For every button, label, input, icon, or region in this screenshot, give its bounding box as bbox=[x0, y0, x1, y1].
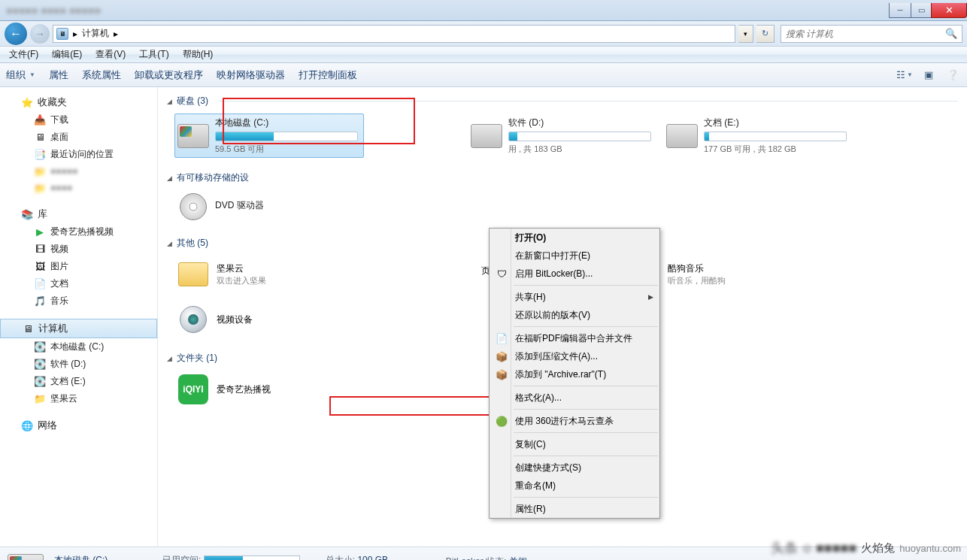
search-box[interactable]: 🔍 bbox=[781, 25, 962, 43]
computer-icon: 🖥 bbox=[22, 322, 34, 334]
sidebar-item-downloads[interactable]: 📥下载 bbox=[0, 111, 157, 129]
ctx-share[interactable]: 共享(H)▶ bbox=[490, 288, 659, 306]
recent-icon: 📑 bbox=[34, 149, 46, 161]
picture-icon: 🖼 bbox=[34, 261, 46, 273]
sidebar-item-recent[interactable]: 📑最近访问的位置 bbox=[0, 146, 157, 163]
music-icon: 🎵 bbox=[34, 295, 46, 307]
ctx-copy[interactable]: 复制(C) bbox=[490, 435, 659, 453]
content-pane: ◢硬盘 (3) 本地磁盘 (C:) 59.5 GB 可用 软件 (D:) bbox=[158, 87, 967, 546]
library-icon: 📚 bbox=[21, 208, 33, 220]
preview-pane-button[interactable]: ▣ bbox=[920, 67, 937, 83]
ctx-open-new-window[interactable]: 在新窗口中打开(E) bbox=[490, 247, 659, 265]
toolbar-system-properties[interactable]: 系统属性 bbox=[82, 68, 121, 82]
menu-tools[interactable]: 工具(T) bbox=[133, 47, 174, 62]
collapse-icon: ◢ bbox=[167, 174, 172, 182]
sidebar-item-drive-c[interactable]: 💽本地磁盘 (C:) bbox=[0, 338, 157, 356]
breadcrumb[interactable]: 🖥 ▸ 计算机 ▸ bbox=[53, 25, 735, 43]
toolbar-organize[interactable]: 组织▼ bbox=[6, 68, 35, 82]
item-name: 视频设备 bbox=[217, 313, 253, 326]
ctx-bitlocker[interactable]: 🛡启用 BitLocker(B)... bbox=[490, 265, 659, 283]
sidebar-item-documents[interactable]: 📄文档 bbox=[0, 275, 157, 292]
ctx-rename[interactable]: 重命名(M) bbox=[490, 477, 659, 495]
sidebar-item-blurred[interactable]: 📁■■■■ bbox=[0, 180, 157, 196]
ctx-format[interactable]: 格式化(A)... bbox=[490, 389, 659, 407]
drive-name: 软件 (D:) bbox=[508, 117, 654, 129]
sidebar-item-drive-e[interactable]: 💽文档 (E:) bbox=[0, 373, 157, 390]
sidebar-item-iqiyi[interactable]: ▶爱奇艺热播视频 bbox=[0, 223, 157, 241]
toolbar-map-drive[interactable]: 映射网络驱动器 bbox=[217, 68, 285, 82]
folder-icon: 📁 bbox=[34, 182, 46, 194]
total-label: 总大小: bbox=[326, 555, 355, 560]
sidebar-item-desktop[interactable]: 🖥桌面 bbox=[0, 129, 157, 146]
nav-back-button[interactable]: ← bbox=[5, 23, 27, 45]
drive-icon bbox=[8, 554, 44, 561]
breadcrumb-sep: ▸ bbox=[114, 29, 118, 39]
ctx-add-rar[interactable]: 📦添加到 "Archive.rar"(T) bbox=[490, 365, 659, 383]
dvd-drive[interactable]: DVD 驱动器 bbox=[174, 190, 325, 223]
ctx-properties[interactable]: 属性(R) bbox=[490, 500, 659, 518]
details-title: 本地磁盘 (C:) bbox=[54, 554, 152, 560]
item-video-device[interactable]: 视频设备 bbox=[174, 301, 280, 338]
drive-e[interactable]: 文档 (E:) 177 GB 可用 , 共 182 GB bbox=[663, 114, 853, 158]
sidebar-item-jianguoyun[interactable]: 📁坚果云 bbox=[0, 390, 157, 407]
drive-name: 文档 (E:) bbox=[704, 117, 850, 129]
drive-icon: 💽 bbox=[34, 359, 46, 371]
watermark-text: 火焰兔 bbox=[861, 541, 895, 555]
drive-space-text: 177 GB 可用 , 共 182 GB bbox=[704, 144, 850, 155]
sidebar-item-videos[interactable]: 🎞视频 bbox=[0, 241, 157, 258]
sidebar-computer-header[interactable]: 🖥计算机 bbox=[0, 319, 157, 338]
usage-bar bbox=[508, 132, 651, 141]
ctx-360-scan[interactable]: 🟢使用 360进行木马云查杀 bbox=[490, 412, 659, 430]
item-iqiyi-folder[interactable]: iQIYI 爱奇艺热播视 bbox=[174, 371, 280, 408]
sidebar-libraries-header[interactable]: 📚库 bbox=[0, 205, 157, 223]
menu-edit[interactable]: 编辑(E) bbox=[46, 47, 88, 62]
help-button[interactable]: ❔ bbox=[944, 67, 961, 83]
drive-space-text: 用 , 共 183 GB bbox=[508, 144, 654, 155]
main-area: ⭐收藏夹 📥下载 🖥桌面 📑最近访问的位置 📁■■■■■ 📁■■■■ 📚库 ▶爱… bbox=[0, 87, 967, 546]
sidebar-item-pictures[interactable]: 🖼图片 bbox=[0, 258, 157, 275]
download-icon: 📥 bbox=[34, 114, 46, 126]
section-header-disks[interactable]: ◢硬盘 (3) bbox=[167, 95, 958, 107]
breadcrumb-dropdown[interactable]: ▾ bbox=[738, 25, 753, 43]
iqiyi-icon: iQIYI bbox=[178, 374, 208, 404]
collapse-icon: ◢ bbox=[167, 355, 172, 362]
toolbar-uninstall[interactable]: 卸载或更改程序 bbox=[135, 68, 203, 82]
drive-d[interactable]: 软件 (D:) 用 , 共 183 GB bbox=[468, 114, 657, 158]
menu-file[interactable]: 文件(F) bbox=[3, 47, 44, 62]
sidebar-network-header[interactable]: 🌐网络 bbox=[0, 416, 157, 434]
toolbar-properties[interactable]: 属性 bbox=[49, 68, 68, 82]
ctx-create-shortcut[interactable]: 创建快捷方式(S) bbox=[490, 459, 659, 477]
breadcrumb-text[interactable]: 计算机 bbox=[82, 27, 109, 40]
camera-icon bbox=[180, 306, 207, 333]
ctx-restore-version[interactable]: 还原以前的版本(V) bbox=[490, 306, 659, 324]
ctx-add-archive[interactable]: 📦添加到压缩文件(A)... bbox=[490, 347, 659, 365]
sidebar-item-drive-d[interactable]: 💽软件 (D:) bbox=[0, 356, 157, 373]
breadcrumb-sep: ▸ bbox=[73, 29, 77, 39]
usage-bar bbox=[204, 555, 300, 560]
ctx-foxit-merge[interactable]: 📄在福昕PDF编辑器中合并文件 bbox=[490, 329, 659, 347]
search-icon[interactable]: 🔍 bbox=[945, 28, 957, 39]
minimize-button[interactable]: ─ bbox=[889, 3, 911, 18]
sidebar-favorites-header[interactable]: ⭐收藏夹 bbox=[0, 93, 157, 111]
sidebar-item-blurred[interactable]: 📁■■■■■ bbox=[0, 163, 157, 180]
folder-icon: 📁 bbox=[34, 165, 46, 177]
view-mode-button[interactable]: ☷ ▼ bbox=[896, 67, 913, 83]
watermark: 头条 ⊙ ■■■■■ 火焰兔 huoyantu.com bbox=[771, 539, 961, 557]
close-button[interactable]: ✕ bbox=[931, 3, 967, 18]
menu-help[interactable]: 帮助(H) bbox=[177, 47, 220, 62]
item-jianguoyun[interactable]: 坚果云双击进入坚果 bbox=[174, 256, 280, 293]
menu-view[interactable]: 查看(V) bbox=[89, 47, 132, 62]
usage-bar bbox=[704, 132, 847, 141]
section-header-removable[interactable]: ◢有可移动存储的设 bbox=[167, 171, 958, 184]
sidebar-item-music[interactable]: 🎵音乐 bbox=[0, 292, 157, 310]
computer-icon: 🖥 bbox=[56, 28, 68, 40]
ctx-open[interactable]: 打开(O) bbox=[490, 229, 659, 247]
document-icon: 📄 bbox=[34, 278, 46, 290]
drive-c[interactable]: 本地磁盘 (C:) 59.5 GB 可用 bbox=[174, 114, 364, 158]
search-input[interactable] bbox=[786, 29, 945, 39]
toolbar-control-panel[interactable]: 打开控制面板 bbox=[299, 68, 357, 82]
maximize-button[interactable]: ▭ bbox=[911, 3, 932, 18]
refresh-button[interactable]: ↻ bbox=[756, 25, 775, 43]
drive-icon: 💽 bbox=[34, 376, 46, 388]
menu-bar: 文件(F) 编辑(E) 查看(V) 工具(T) 帮助(H) bbox=[0, 47, 967, 63]
